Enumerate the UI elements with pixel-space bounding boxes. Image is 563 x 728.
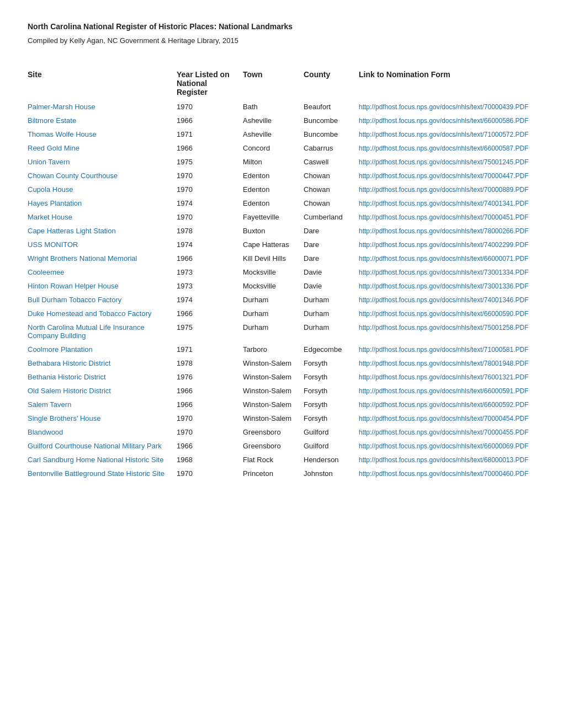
site-name[interactable]: Duke Homestead and Tobacco Factory bbox=[28, 307, 177, 320]
site-name[interactable]: Reed Gold Mine bbox=[28, 141, 177, 155]
site-name[interactable]: Biltmore Estate bbox=[28, 114, 177, 127]
county-name: Cabarrus bbox=[304, 141, 359, 155]
table-row: Guilford Courthouse National Military Pa… bbox=[28, 439, 535, 453]
nomination-link[interactable]: http://pdfhost.focus.nps.gov/docs/nhls/t… bbox=[359, 100, 535, 114]
site-name[interactable]: Thomas Wolfe House bbox=[28, 127, 177, 141]
year-listed: 1978 bbox=[177, 356, 243, 370]
table-row: Duke Homestead and Tobacco Factory1966Du… bbox=[28, 307, 535, 320]
table-row: Old Salem Historic District1966Winston-S… bbox=[28, 384, 535, 398]
town-name: Durham bbox=[243, 320, 304, 342]
header-year: Year Listed on National Register bbox=[177, 67, 243, 100]
site-name[interactable]: Hayes Plantation bbox=[28, 196, 177, 210]
site-name[interactable]: Guilford Courthouse National Military Pa… bbox=[28, 439, 177, 453]
site-name[interactable]: Old Salem Historic District bbox=[28, 384, 177, 398]
site-name[interactable]: Bentonville Battleground State Historic … bbox=[28, 467, 177, 480]
site-name[interactable]: Salem Tavern bbox=[28, 398, 177, 411]
year-listed: 1974 bbox=[177, 196, 243, 210]
county-name: Guilford bbox=[304, 439, 359, 453]
town-name: Edenton bbox=[243, 169, 304, 183]
year-listed: 1970 bbox=[177, 169, 243, 183]
site-name[interactable]: Market House bbox=[28, 210, 177, 224]
nomination-link[interactable]: http://pdfhost.focus.nps.gov/docs/nhls/t… bbox=[359, 141, 535, 155]
nomination-link[interactable]: http://pdfhost.focus.nps.gov/docs/nhls/t… bbox=[359, 467, 535, 480]
nomination-link[interactable]: http://pdfhost.focus.nps.gov/docs/nhls/t… bbox=[359, 411, 535, 425]
table-row: Thomas Wolfe House1971AshevilleBuncombeh… bbox=[28, 127, 535, 141]
town-name: Asheville bbox=[243, 127, 304, 141]
site-name[interactable]: Union Tavern bbox=[28, 155, 177, 169]
nomination-link[interactable]: http://pdfhost.focus.nps.gov/docs/nhls/t… bbox=[359, 224, 535, 238]
nomination-link[interactable]: http://pdfhost.focus.nps.gov/docs/nhls/t… bbox=[359, 425, 535, 439]
site-name[interactable]: Palmer-Marsh House bbox=[28, 100, 177, 114]
town-name: Bath bbox=[243, 100, 304, 114]
county-name: Henderson bbox=[304, 453, 359, 467]
site-name[interactable]: Single Brothers' House bbox=[28, 411, 177, 425]
county-name: Forsyth bbox=[304, 398, 359, 411]
site-name[interactable]: Cupola House bbox=[28, 183, 177, 196]
year-listed: 1973 bbox=[177, 279, 243, 293]
nomination-link[interactable]: http://pdfhost.focus.nps.gov/docs/nhls/t… bbox=[359, 342, 535, 356]
site-name[interactable]: North Carolina Mutual Life Insurance Com… bbox=[28, 320, 177, 342]
site-name[interactable]: USS MONITOR bbox=[28, 238, 177, 251]
nomination-link[interactable]: http://pdfhost.focus.nps.gov/docs/nhls/t… bbox=[359, 384, 535, 398]
county-name: Chowan bbox=[304, 183, 359, 196]
table-row: Bethania Historic District1976Winston-Sa… bbox=[28, 370, 535, 384]
nomination-link[interactable]: http://pdfhost.focus.nps.gov/docs/nhls/t… bbox=[359, 293, 535, 307]
site-name[interactable]: Bull Durham Tobacco Factory bbox=[28, 293, 177, 307]
town-name: Fayetteville bbox=[243, 210, 304, 224]
nomination-link[interactable]: http://pdfhost.focus.nps.gov/docs/nhls/t… bbox=[359, 320, 535, 342]
page-subtitle: Compiled by Kelly Agan, NC Government & … bbox=[28, 36, 535, 45]
nomination-link[interactable]: http://pdfhost.focus.nps.gov/docs/nhls/t… bbox=[359, 127, 535, 141]
nomination-link[interactable]: http://pdfhost.focus.nps.gov/docs/nhls/t… bbox=[359, 370, 535, 384]
county-name: Chowan bbox=[304, 169, 359, 183]
site-name[interactable]: Coolmore Plantation bbox=[28, 342, 177, 356]
nomination-link[interactable]: http://pdfhost.focus.nps.gov/docs/nhls/t… bbox=[359, 307, 535, 320]
site-name[interactable]: Cape Hatteras Light Station bbox=[28, 224, 177, 238]
table-row: Palmer-Marsh House1970BathBeauforthttp:/… bbox=[28, 100, 535, 114]
site-name[interactable]: Blandwood bbox=[28, 425, 177, 439]
year-listed: 1973 bbox=[177, 265, 243, 279]
county-name: Davie bbox=[304, 279, 359, 293]
county-name: Forsyth bbox=[304, 356, 359, 370]
nomination-link[interactable]: http://pdfhost.focus.nps.gov/docs/nhls/t… bbox=[359, 251, 535, 265]
site-name[interactable]: Bethabara Historic District bbox=[28, 356, 177, 370]
table-row: Bull Durham Tobacco Factory1974DurhamDur… bbox=[28, 293, 535, 307]
town-name: Mocksville bbox=[243, 265, 304, 279]
nomination-link[interactable]: http://pdfhost.focus.nps.gov/docs/nhls/t… bbox=[359, 114, 535, 127]
site-name[interactable]: Cooleemee bbox=[28, 265, 177, 279]
nomination-link[interactable]: http://pdfhost.focus.nps.gov/docs/nhls/t… bbox=[359, 453, 535, 467]
nomination-link[interactable]: http://pdfhost.focus.nps.gov/docs/nhls/t… bbox=[359, 238, 535, 251]
year-listed: 1966 bbox=[177, 114, 243, 127]
table-row: Chowan County Courthouse1970EdentonChowa… bbox=[28, 169, 535, 183]
county-name: Beaufort bbox=[304, 100, 359, 114]
year-listed: 1975 bbox=[177, 155, 243, 169]
nomination-link[interactable]: http://pdfhost.focus.nps.gov/docs/nhls/t… bbox=[359, 439, 535, 453]
year-listed: 1970 bbox=[177, 100, 243, 114]
site-name[interactable]: Bethania Historic District bbox=[28, 370, 177, 384]
nomination-link[interactable]: http://pdfhost.focus.nps.gov/docs/nhls/t… bbox=[359, 196, 535, 210]
nomination-link[interactable]: http://pdfhost.focus.nps.gov/docs/nhls/t… bbox=[359, 210, 535, 224]
year-listed: 1971 bbox=[177, 127, 243, 141]
county-name: Durham bbox=[304, 293, 359, 307]
site-name[interactable]: Chowan County Courthouse bbox=[28, 169, 177, 183]
town-name: Durham bbox=[243, 307, 304, 320]
county-name: Davie bbox=[304, 265, 359, 279]
town-name: Kill Devil Hills bbox=[243, 251, 304, 265]
nomination-link[interactable]: http://pdfhost.focus.nps.gov/docs/nhls/t… bbox=[359, 356, 535, 370]
nomination-link[interactable]: http://pdfhost.focus.nps.gov/docs/nhls/t… bbox=[359, 169, 535, 183]
town-name: Asheville bbox=[243, 114, 304, 127]
county-name: Dare bbox=[304, 224, 359, 238]
nomination-link[interactable]: http://pdfhost.focus.nps.gov/docs/nhls/t… bbox=[359, 155, 535, 169]
year-listed: 1970 bbox=[177, 411, 243, 425]
nomination-link[interactable]: http://pdfhost.focus.nps.gov/docs/nhls/t… bbox=[359, 398, 535, 411]
table-row: Hayes Plantation1974EdentonChowanhttp://… bbox=[28, 196, 535, 210]
page-title: North Carolina National Register of Hist… bbox=[28, 22, 535, 31]
site-name[interactable]: Carl Sandburg Home National Historic Sit… bbox=[28, 453, 177, 467]
year-listed: 1966 bbox=[177, 141, 243, 155]
site-name[interactable]: Hinton Rowan Helper House bbox=[28, 279, 177, 293]
county-name: Forsyth bbox=[304, 411, 359, 425]
nomination-link[interactable]: http://pdfhost.focus.nps.gov/docs/nhls/t… bbox=[359, 265, 535, 279]
nomination-link[interactable]: http://pdfhost.focus.nps.gov/docs/nhls/t… bbox=[359, 279, 535, 293]
nomination-link[interactable]: http://pdfhost.focus.nps.gov/docs/nhls/t… bbox=[359, 183, 535, 196]
table-row: Single Brothers' House1970Winston-SalemF… bbox=[28, 411, 535, 425]
site-name[interactable]: Wright Brothers National Memorial bbox=[28, 251, 177, 265]
